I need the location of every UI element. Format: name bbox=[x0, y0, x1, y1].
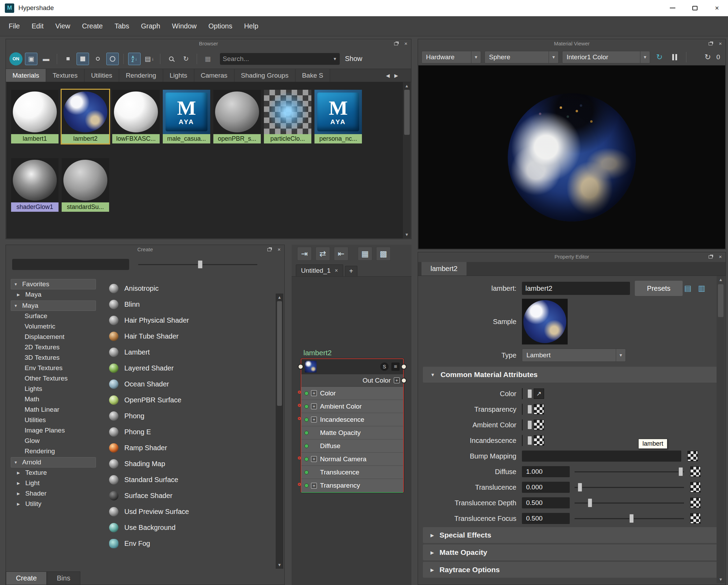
scroll-down-icon[interactable]: ▼ bbox=[717, 576, 725, 583]
scroll-thumb[interactable] bbox=[404, 90, 410, 135]
tabs-scroll-right-icon[interactable]: ▶ bbox=[392, 71, 400, 80]
tree-item[interactable]: Displacement bbox=[11, 332, 96, 342]
browser-scrollbar[interactable]: ▲ ▼ bbox=[402, 82, 411, 238]
node-header[interactable]: S ≡ bbox=[301, 359, 403, 374]
refresh-material-icon[interactable]: ↻ bbox=[654, 51, 665, 63]
small-round-swatch-icon[interactable] bbox=[91, 53, 104, 65]
collapse-swatches-icon[interactable]: ▬ bbox=[40, 53, 52, 65]
shader-list-item[interactable]: Standard Surface bbox=[106, 472, 273, 488]
attribute-port-icon[interactable] bbox=[304, 404, 309, 409]
attribute-port-icon[interactable] bbox=[304, 483, 309, 488]
small-square-swatch-icon[interactable] bbox=[62, 53, 74, 65]
material-swatch[interactable]: MAYA lowFBXASC... bbox=[112, 90, 160, 143]
scroll-thumb[interactable] bbox=[277, 301, 282, 406]
texture-map-icon[interactable] bbox=[534, 404, 544, 414]
scroll-down-icon[interactable]: ▼ bbox=[276, 561, 283, 569]
slider-handle[interactable] bbox=[527, 389, 532, 398]
layout-graph-icon[interactable]: ▩ bbox=[376, 247, 391, 261]
menu-item[interactable]: Tabs bbox=[109, 22, 135, 30]
slider-handle[interactable] bbox=[527, 436, 532, 445]
close-panel-icon[interactable]: × bbox=[276, 246, 283, 253]
shader-list-item[interactable]: Use Background bbox=[106, 519, 273, 535]
shader-list-item[interactable]: Ramp Shader bbox=[106, 440, 273, 456]
tree-item[interactable]: Other Textures bbox=[11, 373, 96, 384]
node-attribute-row[interactable]: + Ambient Color bbox=[301, 400, 403, 413]
add-tab-button[interactable]: + bbox=[345, 266, 357, 276]
shader-list-item[interactable]: Shading Map bbox=[106, 456, 273, 472]
node-name-input[interactable] bbox=[522, 282, 630, 295]
tree-item[interactable]: Favorites bbox=[11, 279, 96, 289]
attribute-value-field[interactable]: 1.000 bbox=[522, 466, 570, 477]
node-attribute-row[interactable]: + Color bbox=[301, 387, 403, 400]
icon-size-slider[interactable] bbox=[138, 259, 257, 270]
attribute-slider[interactable] bbox=[575, 513, 684, 524]
tree-item[interactable]: Env Textures bbox=[11, 363, 96, 373]
close-panel-icon[interactable]: × bbox=[402, 40, 409, 47]
slider-handle[interactable] bbox=[629, 514, 634, 523]
renderer-dropdown[interactable]: Hardware▼ bbox=[421, 51, 481, 63]
common-material-attributes-section[interactable]: ▼ Common Material Attributes bbox=[423, 367, 719, 383]
shading-group-badge-icon[interactable]: S bbox=[380, 363, 389, 371]
expand-plug-icon[interactable]: + bbox=[311, 456, 317, 462]
close-panel-icon[interactable]: × bbox=[717, 40, 724, 47]
tree-item[interactable]: Glow bbox=[11, 436, 96, 446]
material-swatch[interactable]: MAYA shaderGlow1 bbox=[11, 158, 59, 212]
slider-handle[interactable] bbox=[527, 405, 532, 414]
save-preset-icon[interactable]: ▤ bbox=[683, 283, 693, 294]
browser-tab[interactable]: Shading Groups bbox=[234, 69, 295, 82]
tree-item[interactable]: Math Linear bbox=[11, 404, 96, 415]
frame-graph-icon[interactable]: ▦ bbox=[358, 247, 372, 261]
shader-list-item[interactable]: Ocean Shader bbox=[106, 376, 273, 392]
tree-item[interactable]: 3D Textures bbox=[11, 352, 96, 363]
color-swatch[interactable] bbox=[522, 388, 523, 399]
show-filter-button[interactable]: Show bbox=[345, 55, 362, 63]
tree-item[interactable]: Math bbox=[11, 394, 96, 404]
large-round-swatch-icon[interactable] bbox=[106, 53, 119, 65]
tree-item[interactable]: Lights bbox=[11, 384, 96, 394]
texture-map-icon[interactable] bbox=[690, 466, 701, 477]
bottom-tab[interactable]: Bins bbox=[47, 571, 80, 585]
browser-tab[interactable]: Textures bbox=[46, 69, 85, 82]
tree-item[interactable]: Maya bbox=[11, 289, 96, 300]
tree-item[interactable]: Arnold bbox=[11, 457, 96, 468]
show-io-connections-icon[interactable]: ⇄ bbox=[316, 247, 330, 261]
float-panel-icon[interactable] bbox=[392, 40, 399, 47]
tree-item[interactable]: Surface bbox=[11, 311, 96, 321]
show-input-connections-icon[interactable]: ⇥ bbox=[297, 247, 312, 261]
attribute-slider[interactable] bbox=[575, 482, 684, 493]
material-swatch[interactable]: MAYA persona_nc... bbox=[314, 90, 362, 143]
shader-list-item[interactable]: Hair Tube Shader bbox=[106, 328, 273, 344]
shader-list-item[interactable]: Phong bbox=[106, 408, 273, 424]
node-attribute-row[interactable]: + Diffuse bbox=[301, 439, 403, 453]
link-view-icon[interactable]: ▦ bbox=[202, 53, 214, 65]
node-attribute-row[interactable]: + Incandescence bbox=[301, 413, 403, 426]
material-sample-swatch[interactable] bbox=[522, 299, 568, 344]
attribute-port-icon[interactable] bbox=[304, 444, 309, 448]
minimize-button[interactable] bbox=[662, 0, 684, 16]
shader-list-item[interactable]: Env Fog bbox=[106, 535, 273, 551]
attribute-value-field[interactable]: 0.500 bbox=[522, 497, 570, 508]
property-editor-scrollbar[interactable]: ▲ ▼ bbox=[717, 276, 725, 583]
shader-list-item[interactable]: Hair Physical Shader bbox=[106, 312, 273, 328]
bottom-tab[interactable]: Create bbox=[6, 571, 47, 585]
shader-list-item[interactable]: Usd Preview Surface bbox=[106, 504, 273, 519]
map-connect-icon[interactable]: ↗ bbox=[534, 388, 544, 399]
menu-item[interactable]: Window bbox=[166, 22, 203, 30]
slider-handle[interactable] bbox=[527, 420, 532, 429]
tree-item[interactable]: Utility bbox=[11, 499, 96, 509]
texture-map-icon[interactable] bbox=[690, 513, 701, 524]
menu-item[interactable]: Create bbox=[76, 22, 109, 30]
texture-map-icon[interactable] bbox=[534, 420, 544, 430]
float-panel-icon[interactable] bbox=[707, 253, 714, 260]
slider-handle[interactable] bbox=[198, 260, 203, 269]
tree-item[interactable]: Image Planes bbox=[11, 425, 96, 436]
menu-item[interactable]: File bbox=[3, 22, 26, 30]
attribute-port-icon[interactable] bbox=[304, 431, 309, 435]
attribute-value-field[interactable]: 0.000 bbox=[522, 482, 570, 493]
tree-item[interactable]: Utilities bbox=[11, 415, 96, 425]
geometry-dropdown[interactable]: Sphere▼ bbox=[485, 51, 559, 63]
node-graph-canvas[interactable]: lambert2 S ≡ Out Color + bbox=[292, 277, 411, 585]
expand-plug-icon[interactable]: + bbox=[311, 403, 317, 409]
out-color-port[interactable] bbox=[401, 378, 407, 383]
environment-dropdown[interactable]: Interior1 Color▼ bbox=[562, 51, 650, 63]
